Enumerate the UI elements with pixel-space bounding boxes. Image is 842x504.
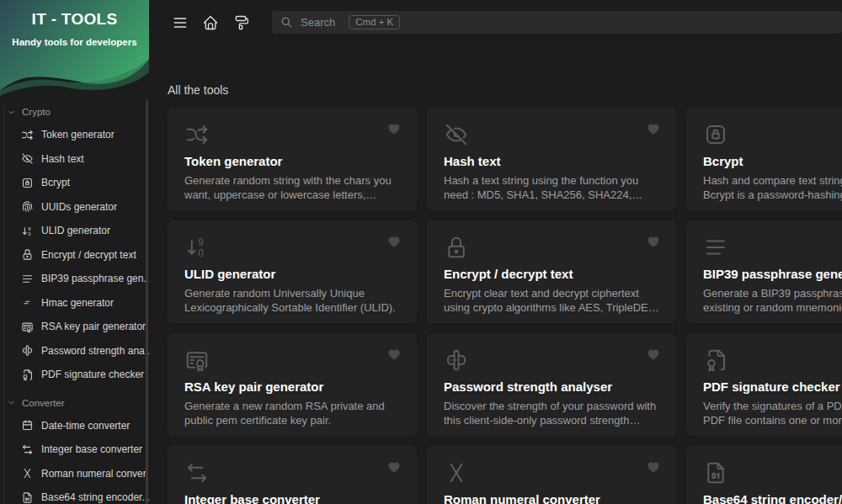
tools-grid: Token generatorGenerate random string wi…	[168, 108, 842, 504]
tool-card-description: Hash and compare text string using bcryp…	[703, 173, 842, 202]
sidebar-item-hmac-generator[interactable]: Hmac generator	[0, 291, 149, 316]
sidebar-item-label: Password strength ana...	[41, 345, 149, 357]
sidebar-item-label: PDF signature checker	[41, 369, 144, 380]
favorite-heart-icon[interactable]	[386, 459, 402, 475]
tool-card-ulid-generator[interactable]: 90ULID generatorGenerate random Universa…	[168, 220, 417, 323]
tool-card-description: Discover the strength of your password w…	[444, 399, 659, 427]
sidebar-item-integer-base-converter[interactable]: Integer base converter	[0, 438, 149, 462]
sidebar-item-date-time-converter[interactable]: Date-time converter	[0, 414, 149, 438]
lock-square-icon	[703, 122, 842, 147]
password-icon	[21, 344, 34, 357]
align-justified-icon	[21, 273, 34, 285]
tool-card-title: Hash text	[444, 154, 659, 168]
favorite-heart-icon[interactable]	[646, 459, 661, 475]
svg-text:9: 9	[198, 236, 204, 248]
favorite-heart-icon[interactable]	[646, 121, 661, 136]
sidebar-item-label: RSA key pair generator	[41, 321, 146, 332]
file-digit-icon	[21, 491, 34, 504]
shuffle-icon	[184, 122, 400, 147]
sidebar-item-label: UUIDs generator	[41, 201, 117, 213]
section-header-crypto[interactable]: Crypto	[0, 101, 149, 123]
sidebar-item-password-strength-ana[interactable]: Password strength ana...	[0, 339, 149, 363]
chevron-down-icon	[7, 398, 16, 407]
tool-card-title: Integer base converter	[184, 492, 400, 504]
menu-button[interactable]	[171, 13, 189, 32]
sidebar-item-label: Token generator	[41, 129, 115, 141]
search-icon	[280, 16, 293, 29]
tool-card-title: BIP39 passphrase generator	[703, 267, 842, 281]
sidebar-item-label: Roman numeral conver...	[41, 468, 149, 480]
home-icon	[202, 14, 219, 31]
paint-roller-icon	[232, 14, 249, 31]
tool-card-hash-text[interactable]: Hash textHash a text string using the fu…	[427, 108, 676, 210]
svg-text:0: 0	[198, 247, 204, 259]
sort-numbers-icon: 90	[21, 225, 34, 237]
tool-card-description: Generate a new random RSA private and pu…	[184, 399, 400, 427]
search-input[interactable]: Search Cmd + K	[272, 11, 842, 34]
content: All the tools Token generatorGenerate ra…	[149, 83, 842, 504]
eye-off-icon	[21, 152, 34, 165]
letter-x-icon	[21, 467, 34, 480]
lock-icon	[444, 235, 659, 260]
tool-card-title: ULID generator	[184, 267, 400, 281]
favorite-heart-icon[interactable]	[646, 234, 661, 249]
search-shortcut-badge: Cmd + K	[349, 15, 400, 29]
sidebar-section-crypto: CryptoToken generatorHash textBcryptUUID…	[0, 101, 149, 387]
tool-card-integer-base-converter[interactable]: Integer base converterConvert a number b…	[168, 446, 417, 504]
sidebar-item-hash-text[interactable]: Hash text	[0, 147, 149, 172]
section-header-converter[interactable]: Converter	[0, 392, 149, 414]
arrows-exchange-icon	[21, 443, 34, 456]
sidebar-header: IT - TOOLS Handy tools for developers	[0, 0, 149, 97]
sidebar-item-bip39-passphrase-gen[interactable]: BIP39 passphrase gen...	[0, 267, 149, 291]
certificate-icon	[21, 321, 34, 333]
sidebar-item-rsa-key-pair-generator[interactable]: RSA key pair generator	[0, 315, 149, 339]
sidebar-item-token-generator[interactable]: Token generator	[0, 123, 149, 147]
sidebar-item-label: Hmac generator	[41, 297, 114, 309]
home-button[interactable]	[201, 13, 220, 32]
favorite-heart-icon[interactable]	[386, 347, 402, 362]
tool-card-pdf-signature-checker[interactable]: PDF signature checkerVerify the signatur…	[686, 333, 842, 436]
main-area: Search Cmd + K All the tools Token gener…	[149, 0, 842, 504]
tool-card-token-generator[interactable]: Token generatorGenerate random string wi…	[168, 108, 417, 210]
tool-card-title: Password strength analyser	[444, 379, 659, 394]
sidebar-item-uuids-generator[interactable]: UUIDs generator	[0, 195, 149, 220]
tool-card-description: Generate a BIP39 passphrase from an exis…	[703, 286, 842, 315]
sidebar-item-encrypt-decrypt-text[interactable]: Encrypt / decrypt text	[0, 243, 149, 268]
page-title: All the tools	[168, 83, 842, 97]
tool-card-bip39-passphrase-generator[interactable]: BIP39 passphrase generatorGenerate a BIP…	[686, 220, 842, 323]
tool-card-title: Token generator	[184, 154, 400, 168]
tool-card-rsa-key-pair-generator[interactable]: RSA key pair generatorGenerate a new ran…	[168, 333, 417, 436]
sidebar-scrollbar[interactable]	[146, 99, 148, 504]
file-certificate-icon	[703, 347, 842, 373]
sidebar-item-label: ULID generator	[41, 225, 110, 236]
sidebar-item-label: Integer base converter	[41, 443, 142, 455]
favorite-heart-icon[interactable]	[386, 234, 402, 249]
svg-text:0: 0	[28, 231, 31, 236]
menu-icon	[172, 14, 189, 31]
sidebar-item-base64-string-encoder[interactable]: Base64 string encoder...	[0, 485, 149, 504]
topbar: Search Cmd + K	[149, 0, 842, 45]
tool-card-encrypt-decrypt-text[interactable]: Encrypt / decrypt textEncrypt clear text…	[427, 220, 676, 323]
sidebar-item-ulid-generator[interactable]: 90ULID generator	[0, 219, 149, 243]
sidebar-item-bcrypt[interactable]: Bcrypt	[0, 171, 149, 195]
tool-card-title: Roman numeral converter	[444, 492, 659, 504]
sort-numbers-icon: 90	[184, 235, 400, 260]
tool-card-password-strength-analyser[interactable]: Password strength analyserDiscover the s…	[427, 333, 676, 436]
tool-card-base64-string-encoder-decoder[interactable]: Base64 string encoder/decoderSimply enco…	[686, 446, 842, 504]
calendar-icon	[21, 419, 34, 432]
sidebar-item-roman-numeral-conver[interactable]: Roman numeral conver...	[0, 462, 149, 486]
favorite-heart-icon[interactable]	[646, 347, 661, 362]
tool-card-title: Bcrypt	[703, 154, 842, 168]
sidebar-item-label: Date-time converter	[41, 420, 130, 432]
shuffle-icon	[21, 129, 34, 141]
favorite-heart-icon[interactable]	[386, 121, 402, 136]
tool-card-title: RSA key pair generator	[184, 379, 400, 394]
it-tools-app: IT - TOOLS Handy tools for developers Cr…	[0, 0, 842, 504]
app-title: IT - TOOLS	[0, 0, 149, 29]
tool-card-roman-numeral-converter[interactable]: Roman numeral converterConvert Roman num…	[427, 446, 676, 504]
tool-card-bcrypt[interactable]: BcryptHash and compare text string using…	[686, 108, 842, 210]
sidebar-item-pdf-signature-checker[interactable]: PDF signature checker	[0, 363, 149, 387]
fingerprint-icon	[21, 200, 34, 213]
certificate-icon	[184, 347, 400, 373]
paint-roller-button[interactable]	[232, 13, 250, 32]
